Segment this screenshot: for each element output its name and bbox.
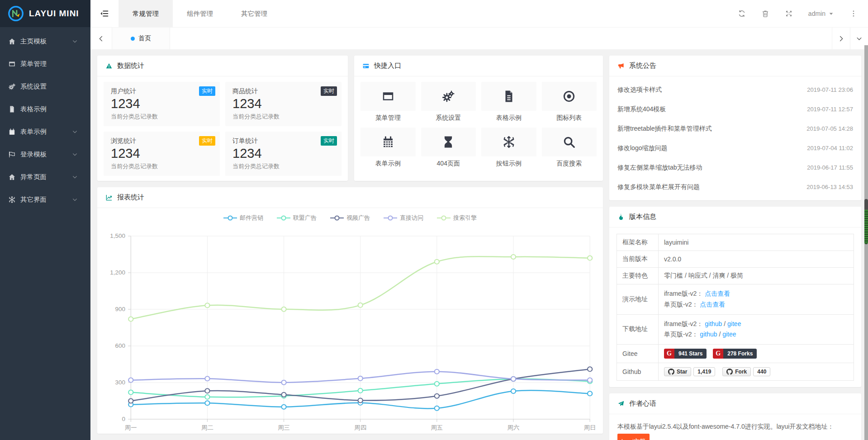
quick-item-buttons[interactable]: 按钮示例 (481, 128, 536, 168)
announcement-date: 2019-07-05 14:28 (806, 125, 853, 132)
report-card-header: 报表统计 (97, 187, 603, 208)
scrollbar-thumb[interactable] (864, 199, 868, 244)
legend-item-alliance[interactable]: 联盟广告 (277, 214, 317, 222)
header-tab-components[interactable]: 组件管理 (173, 0, 227, 27)
quick-item-form[interactable]: 表单示例 (360, 128, 416, 168)
search-icon (562, 135, 576, 149)
right-column: 系统公告 修改选项卡样式 2019-07-11 23:06 新增系统404模板 … (609, 56, 861, 434)
announcement-text: 修改logo缩放问题 (617, 144, 667, 152)
sidebar-item-form-examples[interactable]: 表单示例 (0, 120, 90, 143)
fullscreen-button[interactable] (777, 0, 801, 27)
gears-icon (8, 83, 16, 90)
tab-scroll-right-button[interactable] (832, 28, 850, 49)
header-tab-other[interactable]: 其它管理 (227, 0, 281, 27)
home-icon (8, 173, 16, 181)
list-item[interactable]: 修复多模块菜单栏展开有问题 2019-06-13 14:53 (617, 177, 853, 197)
svg-text:周一: 周一 (125, 424, 137, 431)
clear-cache-button[interactable] (754, 0, 777, 27)
refresh-button[interactable] (730, 0, 754, 27)
sidebar-item-other-pages[interactable]: 其它界面 (0, 188, 90, 211)
announcement-text: 新增treetable插件和菜单管理样式 (617, 125, 711, 133)
layui-doc-badge[interactable]: layui文档 (617, 434, 650, 440)
sidebar-item-home-templates[interactable]: 主页模板 (0, 30, 90, 52)
stat-value: 1234 (111, 146, 213, 161)
demo-iframe-link[interactable]: 点击查看 (705, 290, 730, 297)
sidebar-item-label: 其它界面 (20, 195, 47, 204)
sidebar-item-table-examples[interactable]: 表格示例 (0, 98, 90, 120)
github-star-count[interactable]: 1,419 (693, 367, 715, 376)
list-item[interactable]: 新增treetable插件和菜单管理样式 2019-07-05 14:28 (617, 119, 853, 138)
stat-value: 1234 (232, 96, 334, 111)
stat-label: 浏览统计 (111, 137, 213, 145)
github-star-button[interactable]: Star (664, 367, 691, 376)
list-item[interactable]: 修改选项卡样式 2019-07-11 23:06 (617, 80, 853, 99)
more-menu-button[interactable] (842, 0, 865, 27)
announcement-date: 2019-07-11 23:06 (807, 86, 853, 93)
sidebar-item-system-settings[interactable]: 系统设置 (0, 75, 90, 98)
download-github-link[interactable]: github (705, 320, 722, 327)
sidebar-item-menu-management[interactable]: 菜单管理 (0, 52, 90, 75)
tab-home[interactable]: 首页 (112, 28, 170, 49)
github-fork-count[interactable]: 440 (753, 367, 770, 376)
legend-item-email[interactable]: 邮件营销 (223, 214, 263, 222)
scrollbar-track[interactable] (864, 45, 868, 440)
list-item[interactable]: 修复左侧菜单缩放tab无法移动 2019-06-17 11:55 (617, 158, 853, 177)
snowflake-icon (8, 196, 16, 203)
demo-onepage-link[interactable]: 点击查看 (700, 301, 725, 308)
header-tab-label: 其它管理 (241, 9, 267, 18)
sidebar-item-error-pages[interactable]: 异常页面 (0, 166, 90, 188)
gitee-stars-badge[interactable]: G 941 Stars (664, 349, 707, 359)
gitee-forks-count: 278 Forks (723, 349, 757, 359)
app-title: LAYUI MINI (29, 9, 79, 19)
page-tabbar: 首页 (90, 27, 868, 49)
gitee-forks-badge[interactable]: G 278 Forks (713, 349, 757, 359)
quick-entry-card: 快捷入口 菜单管理 系统设置 (354, 56, 603, 181)
stat-label: 用户统计 (111, 87, 213, 95)
header-tab-general[interactable]: 常规管理 (119, 0, 173, 27)
table-row: 当前版本 v2.0.0 (617, 251, 854, 268)
version-feature-label: 主要特色 (617, 268, 659, 284)
quick-item-table[interactable]: 表格示例 (481, 82, 536, 122)
quick-item-label: 菜单管理 (360, 114, 416, 122)
list-item[interactable]: 修改logo缩放问题 2019-07-04 11:02 (617, 138, 853, 158)
legend-item-direct[interactable]: 直接访问 (384, 214, 423, 222)
version-name-value: layuimini (659, 234, 854, 251)
sidebar-item-login-templates[interactable]: 登录模板 (0, 143, 90, 166)
sidebar-item-label: 菜单管理 (20, 60, 47, 68)
tab-scroll-left-button[interactable] (90, 28, 112, 49)
github-fork-button[interactable]: Fork (722, 367, 751, 376)
chevron-down-icon (72, 151, 78, 157)
legend-item-video[interactable]: 视频广告 (330, 214, 370, 222)
quick-item-label: 表格示例 (481, 114, 536, 122)
logo[interactable]: LAYUI MINI (0, 0, 90, 27)
download-gitee-link[interactable]: gitee (727, 320, 741, 327)
quick-item-icons[interactable]: 图标列表 (542, 82, 597, 122)
announcements-header: 系统公告 (609, 56, 861, 76)
author-line1: 本模板基于layui2.5.4以及font-awesome-4.7.0进行实现。… (617, 423, 834, 430)
user-dropdown[interactable]: admin (801, 0, 842, 27)
list-item[interactable]: 新增系统404模板 2019-07-11 12:57 (617, 99, 853, 119)
download-github-link[interactable]: github (700, 331, 717, 338)
legend-label: 联盟广告 (293, 214, 317, 222)
svg-text:周四: 周四 (354, 424, 366, 431)
quick-item-settings[interactable]: 系统设置 (421, 82, 476, 122)
flag-icon (8, 151, 16, 158)
announcement-text: 修改选项卡样式 (617, 86, 662, 94)
sidebar: LAYUI MINI 主页模板 菜单管理 系统设置 表格示例 表单 (0, 0, 90, 440)
left-column: 数据统计 用户统计 1234 当前分类总记录数 实时 商品统计 1 (97, 56, 603, 434)
quick-item-baidu-search[interactable]: 百度搜索 (542, 128, 597, 168)
card-icon (362, 62, 370, 70)
version-title: 版本信息 (629, 213, 656, 221)
header-tab-label: 常规管理 (133, 9, 159, 18)
stat-box-views: 浏览统计 1234 当前分类总记录数 实时 (104, 132, 220, 176)
announcement-date: 2019-06-13 14:53 (806, 184, 853, 190)
status-badge: 实时 (199, 86, 215, 96)
download-gitee-link[interactable]: gitee (722, 331, 736, 338)
quick-item-menu[interactable]: 菜单管理 (360, 82, 416, 122)
quick-entry-header: 快捷入口 (354, 56, 603, 76)
legend-item-search-engine[interactable]: 搜索引擎 (437, 214, 477, 222)
quick-item-404[interactable]: 404页面 (421, 128, 476, 168)
sidebar-item-label: 表单示例 (20, 128, 47, 136)
collapse-sidebar-button[interactable] (90, 0, 119, 27)
announcement-date: 2019-06-17 11:55 (807, 164, 853, 171)
